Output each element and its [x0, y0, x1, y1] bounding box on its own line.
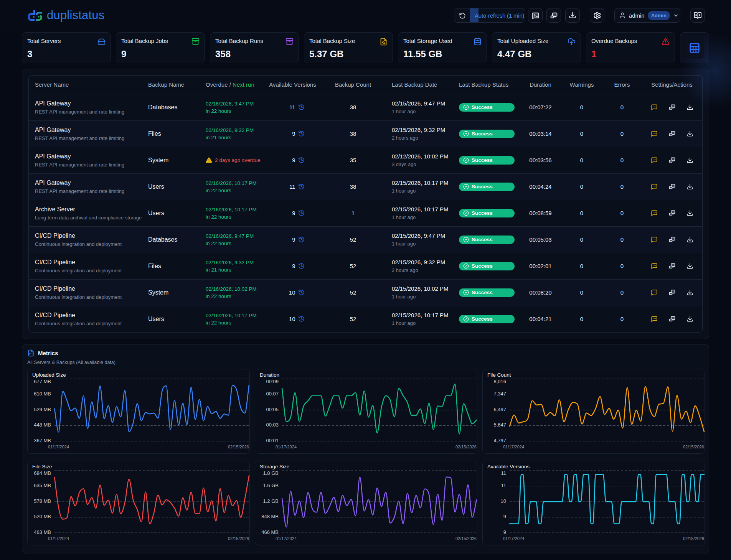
svg-text:10: 10 — [501, 498, 506, 504]
svg-text:448 MB: 448 MB — [34, 422, 51, 428]
svg-text:02/15/2026: 02/15/2026 — [228, 536, 249, 541]
svg-text:00:05: 00:05 — [266, 407, 279, 412]
svg-text:466 MB: 466 MB — [261, 529, 279, 535]
svg-text:463 MB: 463 MB — [34, 529, 51, 535]
svg-text:9: 9 — [503, 514, 506, 519]
svg-text:6,497: 6,497 — [493, 407, 506, 412]
svg-text:1.8 GB: 1.8 GB — [263, 470, 279, 476]
svg-text:02/15/2026: 02/15/2026 — [455, 445, 477, 449]
svg-text:684 MB: 684 MB — [34, 470, 51, 476]
svg-text:367 MB: 367 MB — [34, 438, 51, 443]
svg-text:5,647: 5,647 — [493, 422, 506, 428]
svg-text:00:01: 00:01 — [266, 438, 279, 443]
svg-text:01/17/2024: 01/17/2024 — [276, 445, 297, 449]
svg-text:520 MB: 520 MB — [34, 514, 51, 519]
svg-text:00:09: 00:09 — [266, 379, 279, 384]
svg-text:01/17/2024: 01/17/2024 — [48, 536, 69, 541]
svg-text:578 MB: 578 MB — [34, 498, 51, 504]
svg-text:02/15/2026: 02/15/2026 — [683, 536, 704, 541]
svg-text:8,016: 8,016 — [493, 379, 506, 384]
svg-text:529 MB: 529 MB — [34, 407, 51, 412]
svg-text:00:03: 00:03 — [266, 422, 279, 428]
svg-text:02/15/2026: 02/15/2026 — [228, 445, 249, 449]
svg-text:01/17/2024: 01/17/2024 — [276, 536, 297, 541]
svg-text:00:07: 00:07 — [266, 391, 279, 397]
svg-text:635 MB: 635 MB — [34, 483, 51, 488]
svg-text:848 MB: 848 MB — [261, 514, 279, 519]
svg-text:11: 11 — [501, 470, 507, 476]
svg-text:1.6 GB: 1.6 GB — [263, 483, 279, 488]
svg-text:610 MB: 610 MB — [34, 391, 51, 397]
svg-text:4,797: 4,797 — [493, 438, 506, 443]
svg-text:01/17/2024: 01/17/2024 — [48, 445, 69, 449]
svg-text:1.2 GB: 1.2 GB — [263, 498, 279, 504]
svg-text:01/17/2024: 01/17/2024 — [503, 445, 524, 449]
svg-text:677 MB: 677 MB — [34, 379, 51, 384]
svg-text:02/15/2026: 02/15/2026 — [683, 445, 704, 449]
svg-text:02/15/2026: 02/15/2026 — [455, 536, 477, 541]
svg-text:7,347: 7,347 — [493, 391, 506, 397]
svg-text:01/17/2024: 01/17/2024 — [503, 536, 524, 541]
svg-text:11: 11 — [501, 483, 507, 488]
svg-text:9: 9 — [503, 529, 506, 535]
